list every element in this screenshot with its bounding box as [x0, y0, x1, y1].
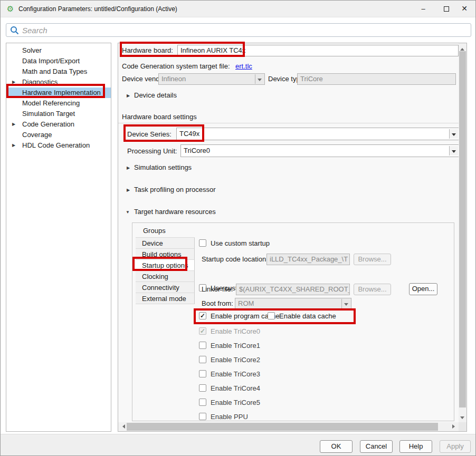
- task-profiling-section[interactable]: Task profiling on processor: [134, 186, 216, 193]
- chevron-down-icon: [255, 74, 264, 84]
- configuration-parameters-window: ⚙ Configuration Parameters: untitled/Con…: [0, 0, 476, 456]
- group-item-clocking[interactable]: Clocking: [136, 271, 195, 282]
- group-item-startup-options[interactable]: Startup options: [136, 260, 195, 271]
- browse-startup-button: Browse...: [354, 254, 391, 265]
- checkbox-label: Enable TriCore0: [211, 327, 260, 336]
- ert-tlc-link[interactable]: ert.tlc: [235, 62, 252, 70]
- sidebar-item-math-and-data-types[interactable]: Math and Data Types: [6, 66, 111, 77]
- hardware-board-label: Hardware board:: [122, 46, 173, 54]
- checkbox-label: Enable TriCore2: [211, 356, 260, 364]
- group-item-connectivity[interactable]: Connectivity: [136, 282, 195, 293]
- processing-unit-label: Processing Unit:: [127, 147, 177, 155]
- group-item-build-options[interactable]: Build options: [136, 249, 195, 260]
- scroll-right-arrow[interactable]: [450, 423, 457, 430]
- enable-tricore0-checkbox: [199, 327, 206, 335]
- sidebar-item-model-referencing[interactable]: Model Referencing: [6, 98, 111, 109]
- enable-program-cache-checkbox[interactable]: [199, 312, 206, 319]
- scroll-up-arrow[interactable]: [459, 43, 467, 51]
- device-details-section[interactable]: Device details: [134, 91, 177, 99]
- sidebar-item-label: Math and Data Types: [22, 66, 87, 77]
- maximize-button[interactable]: [437, 1, 455, 17]
- maximize-icon: [444, 6, 449, 12]
- checkbox-row-enable-tricore4: Enable TriCore4: [199, 384, 357, 393]
- checkbox-row-enable-tricore2: Enable TriCore2: [199, 356, 357, 364]
- sidebar-item-diagnostics[interactable]: ▶Diagnostics: [6, 77, 111, 88]
- processing-unit-dropdown[interactable]: TriCore0: [180, 144, 459, 157]
- sidebar-item-data-import-export[interactable]: Data Import/Export: [6, 56, 111, 66]
- device-series-label: Device Series:: [127, 130, 172, 138]
- device-type-field: TriCore: [297, 73, 456, 85]
- title-bar: ⚙ Configuration Parameters: untitled/Con…: [1, 1, 475, 17]
- minimize-button[interactable]: –: [414, 1, 432, 17]
- expand-arrow-icon[interactable]: ▶: [12, 119, 18, 130]
- simulink-settings-icon: ⚙: [6, 4, 15, 13]
- scroll-down-arrow[interactable]: [459, 413, 467, 421]
- help-button[interactable]: Help: [399, 440, 432, 453]
- enable-data-cache-checkbox[interactable]: [268, 312, 275, 319]
- search-icon: [10, 26, 19, 35]
- linker-file-label: Linker file:: [202, 285, 233, 293]
- sidebar-item-simulation-target[interactable]: Simulation Target: [6, 109, 111, 119]
- enable-tricore1-checkbox[interactable]: [199, 342, 206, 349]
- chevron-down-icon[interactable]: [449, 129, 458, 139]
- search-box[interactable]: [6, 23, 471, 37]
- close-button[interactable]: ✕: [455, 1, 473, 17]
- hardware-board-settings-title: Hardware board settings: [122, 113, 197, 121]
- cancel-button[interactable]: Cancel: [360, 440, 393, 453]
- expand-arrow-icon[interactable]: ▶: [12, 140, 18, 151]
- search-input[interactable]: [22, 24, 465, 36]
- checkbox-label: Enable TriCore3: [211, 370, 260, 379]
- sidebar-item-hardware-implementation[interactable]: Hardware Implementation: [6, 88, 111, 98]
- expand-arrow-icon[interactable]: ▶: [127, 188, 130, 192]
- sidebar-item-hdl-code-generation[interactable]: ▶HDL Code Generation: [6, 140, 111, 151]
- sidebar-item-label: Hardware Implementation: [22, 88, 101, 98]
- sidebar-item-code-generation[interactable]: ▶Code Generation: [6, 119, 111, 130]
- boot-from-dropdown: ROM: [235, 298, 351, 309]
- simulation-settings-section[interactable]: Simulation settings: [134, 163, 192, 171]
- sidebar-item-label: Coverage: [22, 130, 52, 140]
- device-vendor-dropdown: Infineon: [158, 73, 265, 85]
- chevron-down-icon[interactable]: [449, 146, 458, 156]
- collapse-arrow-icon[interactable]: ▼: [126, 210, 130, 215]
- open-linker-button[interactable]: Open...: [409, 283, 437, 295]
- checkbox-label: Enable data cache: [279, 312, 336, 321]
- expand-arrow-icon[interactable]: ▶: [127, 166, 130, 170]
- group-item-external-mode[interactable]: External mode: [136, 293, 195, 304]
- horizontal-scrollbar[interactable]: [118, 422, 459, 431]
- checkbox-row-enable-ppu: Enable PPU: [199, 413, 357, 421]
- checkbox-row-enable-tricore1: Enable TriCore1: [199, 342, 357, 350]
- ok-button[interactable]: OK: [320, 440, 353, 453]
- apply-button: Apply: [440, 440, 471, 453]
- footer-bar: OK Cancel Help Apply: [1, 434, 475, 456]
- sidebar-item-label: Simulation Target: [22, 109, 75, 119]
- sidebar-item-coverage[interactable]: Coverage: [6, 130, 111, 140]
- checkbox-label: Enable TriCore5: [211, 399, 260, 407]
- horizontal-scrollbar-thumb[interactable]: [127, 423, 438, 431]
- enable-tricore2-checkbox[interactable]: [199, 356, 206, 363]
- sidebar-item-label: Solver: [22, 45, 42, 56]
- sidebar-list: SolverData Import/ExportMath and Data Ty…: [6, 45, 111, 151]
- system-target-file-label: Code Generation system target file:: [122, 62, 230, 70]
- hardware-board-field[interactable]: Infineon AURIX TC4x: [177, 45, 459, 56]
- enable-ppu-checkbox[interactable]: [199, 413, 206, 420]
- device-series-dropdown[interactable]: TC49x: [176, 128, 459, 140]
- enable-tricore5-checkbox[interactable]: [199, 399, 206, 406]
- target-hardware-resources-section[interactable]: Target hardware resources: [134, 208, 216, 216]
- group-item-device[interactable]: Device: [136, 238, 195, 249]
- checkbox-label: Enable PPU: [211, 413, 248, 421]
- checkbox-label: Enable TriCore1: [211, 342, 260, 350]
- scroll-left-arrow[interactable]: [118, 423, 126, 430]
- enable-tricore4-checkbox[interactable]: [199, 384, 206, 392]
- sidebar-item-solver[interactable]: Solver: [6, 45, 111, 56]
- vertical-scrollbar[interactable]: [459, 43, 467, 422]
- expand-arrow-icon[interactable]: ▶: [127, 93, 130, 98]
- divider: [118, 123, 459, 123]
- scrollbar-corner: [459, 422, 467, 431]
- checkbox-label: Enable TriCore4: [211, 384, 260, 393]
- enable-tricore3-checkbox[interactable]: [199, 370, 206, 377]
- vertical-scrollbar-thumb[interactable]: [459, 51, 466, 408]
- sidebar-item-label: Diagnostics: [22, 77, 58, 88]
- expand-arrow-icon[interactable]: ▶: [12, 77, 18, 88]
- sidebar-item-label: Code Generation: [22, 119, 74, 130]
- use-custom-startup-checkbox[interactable]: [199, 239, 206, 247]
